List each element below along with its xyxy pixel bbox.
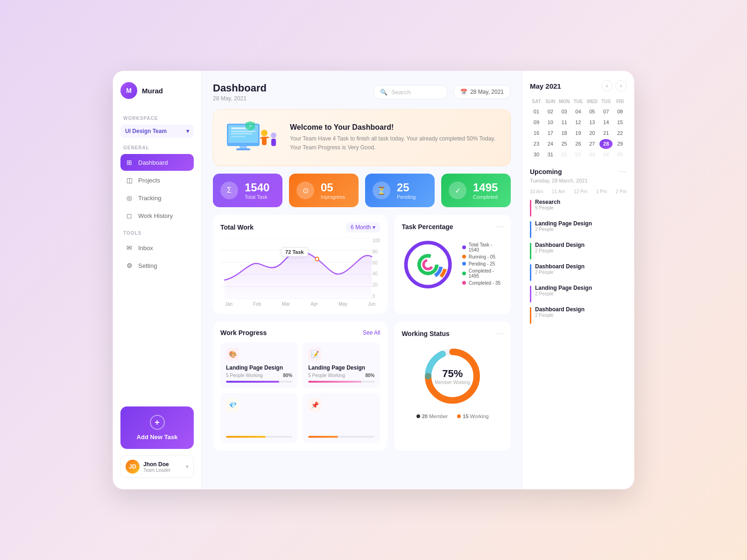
charts-row: Total Work 6 Month ▾ 72 Task: [213, 215, 511, 314]
cal-day[interactable]: 02: [544, 107, 557, 117]
cal-day[interactable]: 15: [613, 118, 627, 127]
setting-icon: ⚙: [125, 261, 134, 270]
cal-day[interactable]: 23: [530, 139, 543, 149]
search-icon: 🔍: [380, 89, 388, 96]
cal-day-today[interactable]: 28: [599, 139, 613, 149]
upcoming-item-3: Dashboard Design 2 People: [530, 242, 627, 259]
page-title: Dashboard: [213, 82, 267, 94]
svg-rect-14: [271, 139, 276, 146]
cal-day[interactable]: 07: [599, 107, 613, 117]
upcoming-item-1: Research 5 People: [530, 199, 627, 217]
cal-day[interactable]: 08: [613, 107, 627, 117]
cal-day[interactable]: 01: [530, 107, 543, 117]
cal-day[interactable]: 27: [585, 139, 599, 149]
cal-day[interactable]: 19: [572, 128, 585, 138]
stat-card-completed: ✓ 1495 Completed: [441, 174, 511, 207]
svg-text:✓: ✓: [249, 124, 252, 128]
task-percentage-chart: Task Percentage ⋯: [394, 215, 511, 314]
cal-day[interactable]: 09: [530, 118, 543, 127]
inprogress-icon: ⊙: [296, 182, 314, 199]
cal-day[interactable]: 02: [572, 150, 585, 160]
cal-day[interactable]: 13: [585, 118, 599, 127]
more-options-icon[interactable]: ⋯: [496, 329, 503, 338]
svg-point-13: [271, 133, 276, 138]
cal-day[interactable]: 03: [558, 107, 571, 117]
upcoming-item-4: Dashboard Design 2 People: [530, 263, 627, 281]
progress-item-4: 📌: [303, 393, 380, 443]
header-date: 28 May, 2021: [213, 95, 267, 102]
upcoming-more-icon[interactable]: ⋯: [619, 167, 627, 176]
y-axis: 100806040200: [373, 238, 381, 299]
chevron-down-icon: ▾: [373, 224, 375, 231]
donut-legend: Total Task - 1540 Running - 05 Pending -…: [462, 242, 503, 287]
cal-day[interactable]: 05: [585, 107, 599, 117]
cal-day[interactable]: 21: [599, 128, 613, 138]
sidebar-item-dashboard[interactable]: ⊞ Dashboard: [120, 154, 194, 171]
cal-day[interactable]: 17: [544, 128, 557, 138]
app-icon-invision: 📌: [308, 399, 321, 412]
donut-center: 75% Member Working: [435, 368, 470, 385]
stat-card-pending: ⏳ 25 Pending: [365, 174, 435, 207]
cal-day[interactable]: 16: [530, 128, 543, 138]
upcoming-item-6: Dashboard Design 2 People: [530, 306, 627, 324]
sidebar-username: Murad: [142, 87, 163, 95]
workspace-selector[interactable]: UI Design Team ▾: [120, 125, 194, 138]
date-badge[interactable]: 📅 28 May, 2021: [453, 85, 511, 99]
general-label: GENERAL: [123, 145, 194, 150]
donut-chart: Total Task - 1540 Running - 05 Pending -…: [402, 237, 503, 293]
sidebar-item-work-history[interactable]: ◻ Work History: [120, 207, 194, 224]
cal-day[interactable]: 30: [530, 150, 543, 160]
cal-day[interactable]: 04: [599, 150, 613, 160]
cal-day[interactable]: 14: [599, 118, 613, 127]
sidebar-item-projects[interactable]: ◫ Projects: [120, 172, 194, 189]
sidebar: M Murad WORKSPACE UI Design Team ▾ GENER…: [113, 71, 202, 489]
cal-day[interactable]: 11: [558, 118, 571, 127]
app-icon-ae: 📝: [308, 348, 321, 361]
more-options-icon[interactable]: ⋯: [496, 222, 503, 231]
sidebar-item-tracking[interactable]: ◎ Tracking: [120, 189, 194, 206]
cal-day[interactable]: 18: [558, 128, 571, 138]
sidebar-logo: M Murad: [120, 82, 194, 99]
main-content: Dashboard 28 May, 2021 🔍 Search 📅 28 May…: [202, 71, 522, 489]
progress-item-2: 📝 Landing Page Design 5 People Working 8…: [303, 342, 380, 388]
calendar-grid: SAT SUN MON TUE WED TUS FRI 01 02 03 04 …: [530, 97, 627, 160]
header: Dashboard 28 May, 2021 🔍 Search 📅 28 May…: [213, 82, 511, 102]
calendar-icon: 📅: [460, 89, 467, 95]
cal-day[interactable]: 12: [572, 118, 585, 127]
prev-month-button[interactable]: ‹: [601, 80, 613, 91]
see-all-link[interactable]: See All: [363, 329, 380, 336]
next-month-button[interactable]: ›: [615, 80, 627, 91]
svg-rect-6: [231, 136, 245, 137]
welcome-banner: ✓ Welcome to Your Dashboard! Your Team H…: [213, 109, 511, 166]
cal-day[interactable]: 03: [585, 150, 599, 160]
cal-day[interactable]: 04: [572, 107, 585, 117]
svg-rect-4: [231, 131, 255, 132]
inbox-icon: ✉: [125, 244, 134, 252]
cal-day[interactable]: 10: [544, 118, 557, 127]
stat-card-total-task: Σ 1540 Total Task: [213, 174, 282, 207]
cal-day[interactable]: 01: [558, 150, 571, 160]
cal-day[interactable]: 25: [558, 139, 571, 149]
progress-bar-3: [226, 436, 292, 438]
progress-item-3: 💎: [220, 393, 298, 443]
add-task-button[interactable]: + Add New Task: [120, 406, 194, 449]
cal-day[interactable]: 29: [613, 139, 627, 149]
cal-day[interactable]: 22: [613, 128, 627, 138]
line-chart: 72 Task: [220, 238, 380, 299]
projects-icon: ◫: [125, 176, 134, 184]
cal-day[interactable]: 26: [572, 139, 585, 149]
working-status-card: Working Status ⋯ 75%: [394, 322, 511, 451]
month-filter[interactable]: 6 Month ▾: [346, 222, 380, 232]
progress-bar-2: [308, 381, 374, 383]
time-labels: 10 Am11 Am12 Pm1 Pm2 Pm: [530, 189, 627, 194]
search-box[interactable]: 🔍 Search: [373, 85, 448, 99]
cal-day[interactable]: 05: [613, 150, 627, 160]
cal-day[interactable]: 31: [544, 150, 557, 160]
sidebar-item-inbox[interactable]: ✉ Inbox: [120, 239, 194, 256]
user-profile[interactable]: JD Jhon Doe Team Leader ▾: [120, 455, 194, 478]
svg-rect-12: [265, 137, 269, 138]
cal-day[interactable]: 24: [544, 139, 557, 149]
working-footer: 20 Member 15 Working: [402, 413, 503, 419]
sidebar-item-setting[interactable]: ⚙ Setting: [120, 257, 194, 274]
cal-day[interactable]: 20: [585, 128, 599, 138]
